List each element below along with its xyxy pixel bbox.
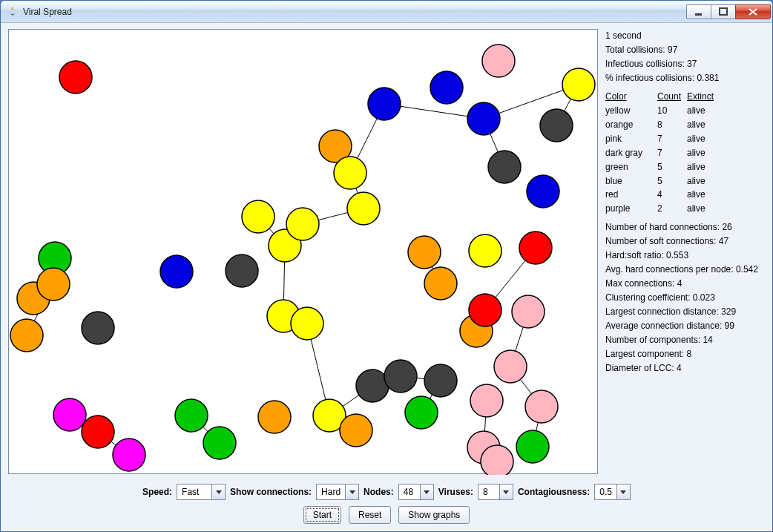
- graph-node[interactable]: [286, 208, 319, 240]
- infectious-collisions: Infectious collisions: 37: [605, 57, 765, 71]
- graph-node[interactable]: [347, 192, 380, 225]
- graph-node[interactable]: [340, 414, 372, 447]
- graph-node[interactable]: [368, 88, 401, 120]
- minimize-button[interactable]: [686, 4, 711, 19]
- chevron-down-icon: [211, 485, 225, 499]
- avg-hard-per-node: Avg. hard connections per node: 0.542: [605, 263, 765, 277]
- nodes-label: Nodes:: [364, 487, 394, 497]
- graph-node[interactable]: [175, 399, 208, 432]
- total-collisions: Total collisions: 97: [605, 43, 765, 57]
- chevron-down-icon: [420, 485, 433, 499]
- start-button[interactable]: Start: [303, 506, 341, 524]
- graph-node[interactable]: [53, 398, 86, 431]
- graph-node[interactable]: [408, 236, 441, 269]
- max-connections: Max connections: 4: [605, 277, 765, 291]
- graph-node[interactable]: [430, 71, 463, 104]
- graph-node[interactable]: [470, 384, 503, 417]
- hard-soft-ratio: Hard:soft ratio: 0.553: [605, 249, 765, 263]
- chevron-down-icon: [345, 485, 358, 499]
- graph-node[interactable]: [527, 175, 559, 208]
- show-connections-combo[interactable]: Hard: [316, 484, 359, 500]
- contagiousness-combo[interactable]: 0.5: [594, 484, 631, 500]
- color-table-row: pink7alive: [605, 132, 765, 146]
- hard-connections: Number of hard connections: 26: [605, 220, 765, 234]
- window-title: Viral Spread: [23, 7, 687, 17]
- pct-infectious: % infectious collisions: 0.381: [605, 71, 765, 85]
- viruses-combo[interactable]: 8: [478, 484, 513, 500]
- stats-panel: 1 second Total collisions: 97 Infectious…: [598, 29, 765, 479]
- graph-node[interactable]: [405, 396, 438, 429]
- color-table-row: green5alive: [605, 160, 765, 174]
- graph-node[interactable]: [488, 151, 521, 183]
- graph-node[interactable]: [10, 319, 43, 352]
- graph-node[interactable]: [334, 157, 366, 189]
- graph-node[interactable]: [82, 416, 114, 448]
- graph-node[interactable]: [424, 267, 457, 300]
- graph-node[interactable]: [525, 390, 558, 423]
- clustering-coefficient: Clustering coefficient: 0.023: [605, 291, 765, 305]
- content-area: 1 second Total collisions: 97 Infectious…: [1, 23, 772, 531]
- app-window: Viral Spread 1 second Total collisions: …: [0, 0, 773, 532]
- color-table-row: dark gray7alive: [605, 146, 765, 160]
- show-graphs-button[interactable]: Show graphs: [398, 506, 470, 524]
- color-table-row: yellow10alive: [605, 104, 765, 118]
- graph-node[interactable]: [516, 430, 549, 463]
- color-table-row: red4alive: [605, 188, 765, 202]
- close-button[interactable]: [735, 4, 771, 19]
- graph-node[interactable]: [59, 61, 92, 93]
- graph-node[interactable]: [494, 350, 527, 383]
- graph-node[interactable]: [519, 231, 552, 264]
- graph-node[interactable]: [469, 234, 501, 267]
- graph-node[interactable]: [482, 45, 515, 77]
- time-label: 1 second: [605, 29, 765, 43]
- color-table-row: orange8alive: [605, 118, 765, 132]
- graph-node[interactable]: [467, 102, 500, 135]
- graph-node[interactable]: [226, 254, 258, 287]
- largest-component: Largest component: 8: [605, 347, 765, 361]
- graph-node[interactable]: [562, 68, 595, 101]
- graph-node[interactable]: [160, 255, 193, 288]
- svg-rect-1: [720, 8, 727, 15]
- color-table-row: purple2alive: [605, 202, 765, 216]
- graph-node[interactable]: [291, 307, 323, 340]
- reset-button[interactable]: Reset: [349, 506, 391, 524]
- speed-combo[interactable]: Fast: [177, 484, 226, 500]
- viruses-label: Viruses:: [438, 487, 473, 497]
- graph-node[interactable]: [113, 439, 145, 471]
- soft-connections: Number of soft connections: 47: [605, 234, 765, 249]
- contagiousness-label: Contagiousness:: [518, 487, 590, 497]
- maximize-button[interactable]: [711, 4, 736, 19]
- graph-node[interactable]: [469, 294, 501, 326]
- titlebar[interactable]: Viral Spread: [1, 1, 772, 23]
- diameter-lcc: Diameter of LCC: 4: [605, 361, 765, 375]
- graph-node[interactable]: [203, 427, 236, 459]
- graph-node[interactable]: [481, 445, 513, 475]
- controls-panel: Speed: Fast Show connections: Hard Nodes…: [8, 484, 765, 524]
- graph-node[interactable]: [242, 200, 274, 233]
- nodes-combo[interactable]: 48: [398, 484, 434, 500]
- color-table-row: blue5alive: [605, 174, 765, 188]
- largest-conn-distance: Largest connection distance: 329: [605, 305, 765, 319]
- speed-label: Speed:: [142, 487, 172, 497]
- chevron-down-icon: [616, 485, 630, 499]
- avg-conn-distance: Average connection distance: 99: [605, 319, 765, 333]
- chevron-down-icon: [499, 485, 513, 499]
- graph-node[interactable]: [540, 109, 573, 142]
- graph-node[interactable]: [424, 364, 457, 397]
- java-icon: [7, 6, 19, 18]
- color-table-header: Color Count Extinct: [605, 90, 765, 104]
- graph-node[interactable]: [37, 268, 70, 301]
- simulation-canvas[interactable]: [8, 29, 598, 474]
- graph-node[interactable]: [82, 312, 114, 344]
- show-connections-label: Show connections:: [230, 487, 312, 497]
- graph-node[interactable]: [258, 401, 291, 433]
- graph-node[interactable]: [384, 360, 417, 393]
- graph-node[interactable]: [512, 295, 545, 328]
- num-components: Number of components: 14: [605, 333, 765, 347]
- svg-rect-0: [695, 13, 702, 16]
